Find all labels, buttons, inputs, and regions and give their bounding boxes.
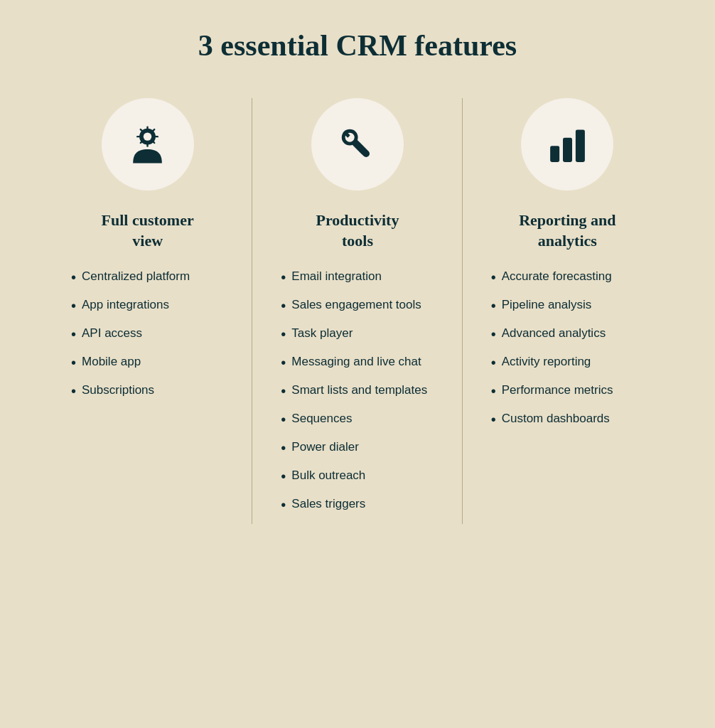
svg-rect-3 (146, 143, 148, 147)
columns-container: Full customerview Centralized platform A… (43, 98, 672, 524)
list-item: Custom dashboards (491, 410, 651, 429)
list-item: App integrations (71, 296, 231, 315)
list-item: Task player (281, 325, 441, 343)
svg-rect-4 (136, 135, 141, 136)
list-item: Accurate forecasting (491, 268, 651, 287)
svg-rect-15 (563, 137, 572, 161)
list-item: Smart lists and templates (281, 382, 441, 400)
list-item: Sales triggers (281, 496, 441, 514)
chart-icon-circle (521, 98, 613, 191)
list-item: API access (71, 325, 231, 343)
wrench-icon-circle (311, 98, 404, 191)
list-item: Power dialer (281, 439, 441, 457)
svg-rect-16 (576, 129, 585, 162)
svg-rect-5 (154, 135, 158, 136)
person-icon (124, 122, 171, 168)
page-wrapper: 3 essential CRM features (0, 0, 715, 728)
person-icon-circle (102, 98, 194, 191)
svg-rect-14 (550, 146, 559, 162)
list-item: Activity reporting (491, 353, 651, 372)
column-reporting-analytics: Reporting andanalytics Accurate forecast… (463, 98, 672, 524)
column-title-customer-view: Full customerview (102, 210, 194, 251)
column-full-customer-view: Full customerview Centralized platform A… (43, 98, 252, 524)
column-productivity-tools: Productivitytools Email integration Sale… (252, 98, 462, 524)
svg-point-1 (144, 132, 151, 140)
svg-rect-2 (146, 126, 148, 130)
column-title-productivity: Productivitytools (316, 210, 399, 251)
list-item: Messaging and live chat (281, 353, 441, 372)
wrench-icon (334, 122, 380, 168)
list-item: Subscriptions (71, 382, 231, 400)
list-item: Performance metrics (491, 382, 651, 400)
list-item: Advanced analytics (491, 325, 651, 343)
list-item: Mobile app (71, 353, 231, 372)
list-item: Bulk outreach (281, 467, 441, 486)
feature-list-customer-view: Centralized platform App integrations AP… (64, 268, 231, 410)
list-item: Pipeline analysis (491, 296, 651, 315)
feature-list-reporting: Accurate forecasting Pipeline analysis A… (484, 268, 651, 439)
list-item: Sales engagement tools (281, 296, 441, 315)
feature-list-productivity: Email integration Sales engagement tools… (274, 268, 441, 524)
page-title: 3 essential CRM features (198, 28, 517, 63)
column-title-reporting: Reporting andanalytics (519, 210, 615, 251)
list-item: Centralized platform (71, 268, 231, 287)
list-item: Email integration (281, 268, 441, 287)
list-item: Sequences (281, 410, 441, 429)
chart-icon (544, 122, 591, 168)
